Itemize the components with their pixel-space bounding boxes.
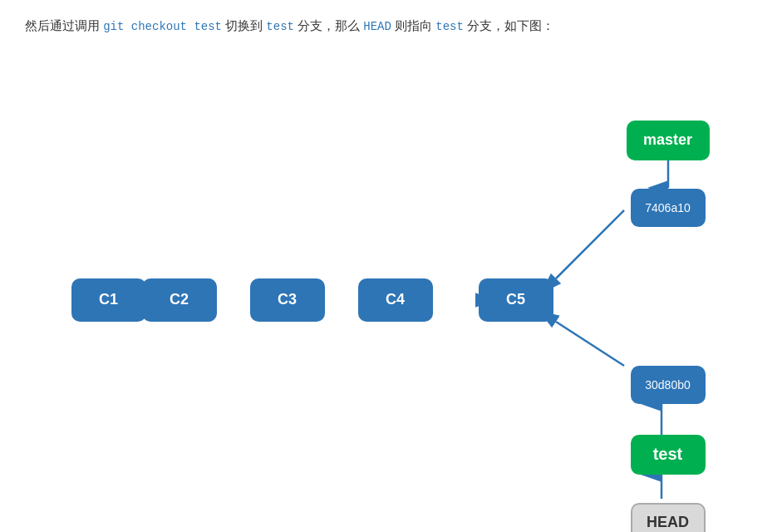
- desc-suffix3: 分支，如下图：: [464, 18, 554, 32]
- node-c4-label: C4: [386, 291, 405, 308]
- desc-code2: test: [266, 20, 294, 33]
- node-master-label: master: [643, 131, 692, 149]
- node-c3-label: C3: [278, 291, 297, 308]
- node-test: test: [631, 435, 706, 475]
- desc-suffix2: 则指向: [391, 18, 435, 32]
- node-c1-label: C1: [99, 291, 118, 308]
- node-test-label: test: [653, 445, 683, 464]
- desc-prefix: 然后通过调用: [25, 18, 103, 32]
- svg-line-10: [556, 210, 624, 278]
- desc-code4: test: [435, 20, 464, 33]
- page: 然后通过调用 git checkout test 切换到 test 分支，那么 …: [0, 0, 782, 507]
- node-30d80b0-label: 30d80b0: [645, 378, 691, 392]
- node-c5: C5: [479, 278, 553, 322]
- node-head: HEAD: [631, 503, 706, 532]
- desc-middle: 切换到: [222, 18, 266, 32]
- arrows-svg: [26, 46, 757, 499]
- description-text: 然后通过调用 git checkout test 切换到 test 分支，那么 …: [25, 15, 757, 37]
- node-head-label: HEAD: [647, 514, 689, 531]
- node-c3: C3: [250, 278, 325, 322]
- desc-code3: HEAD: [363, 20, 391, 33]
- node-30d80b0: 30d80b0: [631, 366, 706, 404]
- node-7406a10-label: 7406a10: [645, 201, 691, 214]
- desc-code1: git checkout test: [103, 20, 222, 33]
- node-c2-label: C2: [170, 291, 189, 308]
- svg-line-11: [556, 322, 624, 366]
- node-master: master: [627, 121, 710, 160]
- node-c1: C1: [71, 278, 146, 322]
- git-diagram: C1 C2 C3 C4 C5 7406a10 30d80b0 master: [26, 46, 757, 499]
- node-c2: C2: [142, 278, 217, 322]
- desc-suffix1: 分支，那么: [294, 18, 363, 32]
- node-c4: C4: [358, 278, 433, 322]
- node-7406a10: 7406a10: [631, 189, 706, 227]
- node-c5-label: C5: [506, 291, 525, 308]
